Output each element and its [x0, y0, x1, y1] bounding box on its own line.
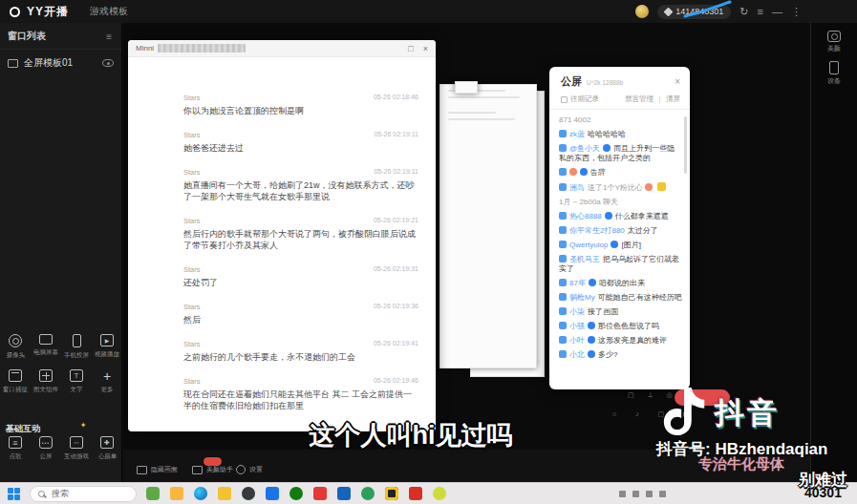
chat-line: 小北多少? [559, 350, 682, 360]
public-screen-title: 公屏 [561, 74, 582, 89]
eye-icon[interactable] [102, 59, 114, 67]
interaction-games[interactable]: ✦ 互动游戏 [61, 436, 92, 461]
sidebar: 窗口列表 ≡ 全屏模板01 摄像头 电脑屏幕 手机投屏 视频播放 [0, 23, 122, 482]
close-icon[interactable]: × [423, 44, 428, 53]
tool-more[interactable]: 更多 [92, 369, 122, 394]
tab-history[interactable]: 往期记录 [570, 94, 599, 104]
chat-line: 87年咱都说的出来 [559, 279, 682, 288]
toolbar-settings-button[interactable]: 设置 [236, 465, 263, 474]
emoji-icon [588, 350, 595, 358]
collapse-icon[interactable]: ≡ [106, 32, 112, 42]
restore-icon[interactable]: □ [408, 44, 413, 53]
yy-logo-icon [10, 7, 20, 17]
phone-icon [73, 334, 81, 347]
start-button[interactable] [8, 488, 20, 500]
taskbar-app-icon[interactable] [266, 487, 279, 500]
taskbar-search[interactable] [30, 486, 137, 502]
wishlist-icon [100, 436, 114, 449]
chat-message: Stars05-26 02:19:41 之前她行的几个歌手要走，永不退她们的工会 [183, 340, 418, 363]
chat-message: Stars05-26 02:19:11 她爸爸还进去过 [183, 131, 418, 154]
taskbar-app-icon[interactable] [409, 487, 422, 500]
right-tool-beauty[interactable]: 美颜 [811, 31, 857, 53]
tray-icon [619, 491, 626, 497]
tool-phone-cast[interactable]: 手机投屏 [61, 334, 92, 360]
taskbar-app-icon[interactable] [433, 487, 446, 500]
chat-message-list: Stars05-26 02:18:46 你以为她没言论置顶的控制是啊 Stars… [128, 57, 436, 411]
windows-taskbar [0, 482, 857, 504]
level-badge-icon [559, 336, 567, 344]
toolbar-hide-button[interactable]: 隐藏画面 [137, 465, 178, 474]
emoji-icon [589, 279, 596, 286]
hexagon-icon [664, 7, 674, 16]
taskbar-app-icon[interactable] [218, 487, 231, 500]
emoji-icon [580, 168, 588, 176]
chat-line: 871 4002 [559, 116, 682, 125]
chat-window-titlebar[interactable]: Minni □ × [128, 40, 436, 57]
tab-mute-manage[interactable]: 禁言管理 [625, 94, 653, 104]
system-tray[interactable] [619, 491, 666, 497]
gear-icon [236, 465, 246, 474]
tool-video-play[interactable]: 视频播放 [92, 334, 122, 360]
douyin-logo-text: 抖音 [715, 393, 780, 433]
tray-icon [659, 491, 666, 497]
chat-window[interactable]: Minni □ × Stars05-26 02:18:46 你以为她没言论置顶的… [128, 40, 436, 431]
taskbar-app-icon[interactable] [170, 487, 183, 500]
chat-line: 躺枪My可能她自己有这种经历吧 [559, 293, 682, 303]
more-button[interactable]: ⋮ [791, 0, 802, 23]
search-input[interactable] [50, 488, 117, 499]
minimize-button[interactable]: — [772, 0, 782, 23]
scrollbar[interactable] [684, 116, 687, 174]
chat-line: @鱼小天而且上升到一些隐私的东西，包括开户之类的 [559, 144, 682, 163]
menu-icon[interactable]: ≡ [758, 0, 763, 23]
emoji-icon [611, 241, 618, 248]
tool-screen-capture[interactable]: 电脑屏幕 [31, 334, 61, 360]
beauty-icon [192, 466, 203, 474]
chat-message: Stars05-26 02:19:21 然后行内的歌手就帮那个大哥说了两句，被乔… [183, 217, 418, 251]
level-badge-icon [559, 307, 567, 315]
grid-icon [39, 369, 53, 382]
text-icon [70, 369, 83, 382]
level-badge-icon [559, 293, 567, 301]
public-screen-subtitle: U^2k 12888b [587, 79, 623, 86]
level-badge-icon [559, 212, 567, 220]
yy-broadcast-app: YY开播 游戏模板 1414840301 ↻ ≡ — ⋮ 窗口列表 ≡ 全屏模板… [0, 0, 857, 504]
chat-line: 小柒接了画面 [559, 307, 682, 317]
taskbar-app-icon[interactable] [146, 487, 160, 500]
level-badge-icon [559, 168, 567, 176]
tab-game-template[interactable]: 游戏模板 [90, 5, 128, 18]
chat-line: 小叶这形发亮是真的难评 [559, 336, 682, 346]
tab-clear-screen[interactable]: 清屏 [666, 94, 680, 104]
close-icon[interactable]: × [675, 76, 680, 87]
right-tool-device[interactable]: 设备 [811, 61, 857, 86]
taskbar-app-icon[interactable] [337, 487, 351, 500]
device-phone-icon [829, 61, 839, 74]
tool-camera[interactable]: 摄像头 [0, 334, 31, 360]
sidebar-item-fullscreen-template[interactable]: 全屏模板01 [0, 50, 121, 76]
chat-message: Stars05-26 02:19:31 还处罚了 [183, 265, 418, 288]
toolbar-beauty-button[interactable]: 美颜助手 [192, 465, 233, 474]
tool-text[interactable]: 文字 [61, 369, 92, 394]
user-avatar[interactable] [635, 5, 649, 18]
chat-line: 热心8888什么都拿来遮遮 [559, 212, 682, 221]
interaction-wishlist[interactable]: 心愿单 [92, 436, 122, 461]
public-screen-panel[interactable]: 公屏 U^2k 12888b × 往期记录 禁言管理 清屏 871 4002 z… [549, 67, 690, 389]
chat-line: 小骚那位色色想说了吗 [559, 322, 682, 331]
checkbox-icon[interactable] [561, 96, 568, 103]
taskbar-app-icon[interactable] [385, 487, 398, 500]
taskbar-app-icon[interactable] [313, 487, 327, 500]
tray-icon [646, 491, 653, 497]
taskbar-app-icon[interactable] [289, 487, 303, 500]
tool-window-capture[interactable]: 窗口捕捉 [0, 369, 31, 394]
level-badge-icon [559, 279, 567, 286]
taskbar-app-icon[interactable] [242, 487, 255, 500]
beauty-camera-icon [827, 31, 841, 42]
tool-graphic-widget[interactable]: 图文组件 [31, 369, 61, 394]
chat-bubble-icon [39, 436, 53, 449]
interaction-public-screen[interactable]: 公屏 [31, 436, 61, 461]
refresh-icon[interactable]: ↻ [739, 0, 748, 23]
emoji-icon [588, 336, 595, 344]
taskbar-app-icon[interactable] [361, 487, 375, 500]
taskbar-app-icon[interactable] [194, 487, 207, 500]
interaction-song-request[interactable]: 点歌 [0, 436, 31, 461]
chat-message: Stars05-26 02:19:36 然后 [183, 303, 418, 326]
